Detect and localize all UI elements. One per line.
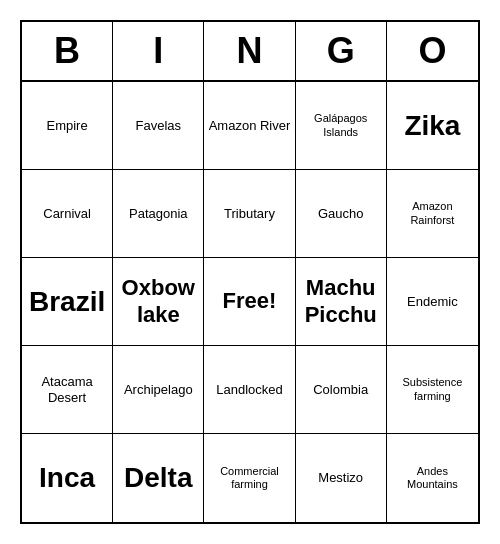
cell-r3-c1: Archipelago xyxy=(113,346,204,434)
cell-r4-c0: Inca xyxy=(22,434,113,522)
cell-r1-c2: Tributary xyxy=(204,170,295,258)
cell-r2-c1: Oxbow lake xyxy=(113,258,204,346)
cell-r0-c2: Amazon River xyxy=(204,82,295,170)
cell-r1-c4: Amazon Rainforst xyxy=(387,170,478,258)
cell-r0-c0: Empire xyxy=(22,82,113,170)
cell-r2-c0: Brazil xyxy=(22,258,113,346)
cell-r0-c3: Galápagos Islands xyxy=(296,82,387,170)
cell-r3-c3: Colombia xyxy=(296,346,387,434)
header-letter: G xyxy=(296,22,387,80)
header-letter: N xyxy=(204,22,295,80)
cell-r2-c2: Free! xyxy=(204,258,295,346)
cell-r2-c3: Machu Picchu xyxy=(296,258,387,346)
bingo-header: BINGO xyxy=(22,22,478,82)
cell-r4-c3: Mestizo xyxy=(296,434,387,522)
cell-r3-c2: Landlocked xyxy=(204,346,295,434)
header-letter: O xyxy=(387,22,478,80)
cell-r0-c1: Favelas xyxy=(113,82,204,170)
cell-r4-c4: Andes Mountains xyxy=(387,434,478,522)
header-letter: B xyxy=(22,22,113,80)
cell-r3-c4: Subsistence farming xyxy=(387,346,478,434)
cell-r2-c4: Endemic xyxy=(387,258,478,346)
header-letter: I xyxy=(113,22,204,80)
bingo-card: BINGO EmpireFavelasAmazon RiverGalápagos… xyxy=(20,20,480,524)
cell-r1-c1: Patagonia xyxy=(113,170,204,258)
cell-r0-c4: Zika xyxy=(387,82,478,170)
cell-r1-c3: Gaucho xyxy=(296,170,387,258)
bingo-grid: EmpireFavelasAmazon RiverGalápagos Islan… xyxy=(22,82,478,522)
cell-r4-c2: Commercial farming xyxy=(204,434,295,522)
cell-r4-c1: Delta xyxy=(113,434,204,522)
cell-r1-c0: Carnival xyxy=(22,170,113,258)
cell-r3-c0: Atacama Desert xyxy=(22,346,113,434)
